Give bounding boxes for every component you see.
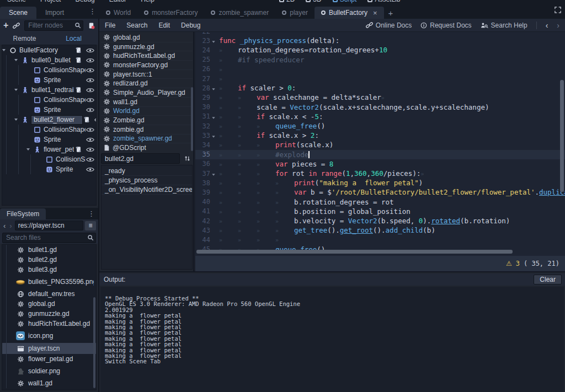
close-tab-icon[interactable]: × <box>373 9 377 17</box>
tree-node-CollisionShape2D[interactable]: CollisionShape2D <box>2 65 96 75</box>
code-line-26[interactable]: 26» <box>195 65 565 74</box>
history-forward-icon[interactable]: › <box>557 21 559 30</box>
attach-script-icon[interactable] <box>88 22 95 29</box>
help-link-request-docs[interactable]: Request Docs <box>420 22 471 29</box>
script-item-Zombie.gd[interactable]: Zombie.gd <box>101 116 193 125</box>
code-line-41[interactable]: 41»»»»b.position = global_position <box>195 207 565 216</box>
code-editor[interactable]: 2223func _physics_process(delta):24»rota… <box>195 32 565 271</box>
scripts-scrollbar[interactable] <box>191 87 193 151</box>
script-item-World.gd[interactable]: World.gd <box>101 107 193 116</box>
code-line-24[interactable]: 24»rotation_degrees=rotation_degrees+10 <box>195 45 565 55</box>
visibility-toggle-icon[interactable] <box>86 157 94 163</box>
code-line-43[interactable]: 43»»»»get_tree().get_root().add_child(b) <box>195 225 565 235</box>
filesystem-tab[interactable]: FileSystem <box>0 208 46 219</box>
back-arrow-icon[interactable]: ‹ <box>2 222 7 230</box>
clear-output-button[interactable]: Clear <box>534 275 562 284</box>
code-line-44[interactable]: 44»»»» <box>195 235 565 244</box>
forward-arrow-icon[interactable]: › <box>8 222 13 230</box>
search-files-input[interactable] <box>2 233 96 243</box>
tree-node-bullet1_redtrail[interactable]: bullet1_redtrail <box>2 85 96 95</box>
sort-methods-icon[interactable] <box>182 153 193 164</box>
dock-tab-import[interactable]: Import <box>36 7 73 19</box>
code-line-30[interactable]: 30»»scale = Vector2(scale.x+scalechange,… <box>195 103 565 112</box>
script-item-gunmuzzle.gd[interactable]: gunmuzzle.gd <box>101 42 193 52</box>
collapse-toggle[interactable] <box>14 89 20 91</box>
code-lines[interactable]: 2223func _physics_process(delta):24»rota… <box>195 32 565 256</box>
workspace-2d[interactable]: 2D <box>276 0 298 3</box>
script-icon[interactable] <box>74 57 83 63</box>
workspace-3d[interactable]: 3D <box>302 0 324 3</box>
code-line-37[interactable]: 37»»»for rot in range(1,360,360/pieces):… <box>195 169 565 178</box>
code-line-33[interactable]: 33»»if scale.x > 2: <box>195 131 565 140</box>
se-menu-search[interactable]: Search <box>121 22 153 29</box>
file-flower_petal.gd[interactable]: flower_petal.gd <box>2 354 96 364</box>
visibility-toggle-icon[interactable] <box>86 137 94 143</box>
script-item-zombie.gd[interactable]: zombie.gd <box>101 125 193 135</box>
scene-tab-World[interactable]: World <box>99 7 137 19</box>
code-line-32[interactable]: 32»»»queue_free() <box>195 121 565 131</box>
code-line-38[interactable]: 38»»»»print("making a flower petal") <box>195 178 565 187</box>
scene-tab-zombie_spawner[interactable]: zombie_spawner <box>204 7 275 19</box>
file-bullets_PNG35596.png[interactable]: bullets_PNG35596.png <box>2 275 96 289</box>
file-icon.png[interactable]: icon.png <box>2 329 96 343</box>
script-icon[interactable] <box>74 146 83 153</box>
code-line-39[interactable]: 39»»»»var b = $'/root/BulletFactory/bull… <box>195 187 565 197</box>
script-icon[interactable] <box>82 116 91 123</box>
code-line-34[interactable]: 34»»»print(scale.x) <box>195 140 565 149</box>
visibility-toggle-icon[interactable] <box>86 146 94 153</box>
visibility-toggle-icon[interactable] <box>86 77 94 83</box>
file-hudRichTextLabel.gd[interactable]: hudRichTextLabel.gd <box>2 319 96 329</box>
method-_on_VisibilityNotifier2D_screen_[interactable]: _on_VisibilityNotifier2D_screen_ <box>102 185 192 195</box>
tree-node-Sprite[interactable]: Sprite <box>2 105 96 115</box>
tree-node-flower_petal[interactable]: flower_petal <box>2 144 96 154</box>
code-line-36[interactable]: 36»»»var pieces = 8 <box>195 159 565 169</box>
help-link-online-docs[interactable]: Online Docs <box>366 22 412 29</box>
se-menu-file[interactable]: File <box>99 22 121 29</box>
tree-node-bullet2_flower[interactable]: bullet2_flower <box>2 115 96 125</box>
se-menu-debug[interactable]: Debug <box>175 22 206 29</box>
local-button[interactable]: Local <box>49 35 98 42</box>
script-item-player.tscn::1[interactable]: player.tscn::1 <box>101 70 193 79</box>
code-line-40[interactable]: 40»»»»b.rotation_degrees = rot <box>195 197 565 207</box>
tree-node-Sprite[interactable]: Sprite <box>2 135 96 144</box>
file-player.tscn[interactable]: player.tscn <box>2 343 96 354</box>
script-item-redlizard.gd[interactable]: redlizard.gd <box>101 79 193 88</box>
tree-node-CollisionShape2D[interactable]: CollisionShape2D <box>2 154 96 164</box>
file-bullet2.gd[interactable]: bullet2.gd <box>2 255 96 265</box>
tree-node-bullet0_bullet[interactable]: bullet0_bullet <box>2 55 96 65</box>
file-default_env.tres[interactable]: default_env.tres <box>2 289 96 299</box>
method-_ready[interactable]: _ready <box>102 167 192 176</box>
three-dots-icon[interactable]: ⋮ <box>89 7 96 15</box>
script-item-monsterFactory.gd[interactable]: monsterFactory.gd <box>101 61 193 70</box>
dock-tab-scene[interactable]: Scene <box>0 7 36 19</box>
add-node-button[interactable]: + <box>3 20 8 30</box>
workspace-script[interactable]: Script <box>329 0 360 3</box>
visibility-toggle-icon[interactable] <box>86 107 94 113</box>
visibility-toggle-icon[interactable] <box>86 87 94 93</box>
tree-node-CollisionShape2D[interactable]: CollisionShape2D <box>2 95 96 105</box>
tree-node-Sprite[interactable]: Sprite <box>2 75 96 85</box>
script-item-wall1.gd[interactable]: wall1.gd <box>101 98 193 107</box>
add-scene-tab-button[interactable]: + <box>384 7 398 19</box>
code-line-31[interactable]: 31»»if scale.x < -5: <box>195 112 565 121</box>
menu-project[interactable]: Project <box>33 0 68 3</box>
code-line-22[interactable]: 22 <box>195 32 565 36</box>
warning-icon[interactable]: ⚠ <box>506 260 512 267</box>
collapse-toggle[interactable] <box>14 119 20 121</box>
script-item-@GDScript[interactable]: @GDScript <box>101 143 193 152</box>
code-line-25[interactable]: 25»#if speedreducer <box>195 55 565 65</box>
code-line-35[interactable]: 35»»»#explode <box>195 150 565 159</box>
visibility-toggle-icon[interactable] <box>86 97 94 103</box>
script-item-global.gd[interactable]: global.gd <box>101 33 193 42</box>
menu-help[interactable]: Help <box>134 0 162 3</box>
visibility-toggle-icon[interactable] <box>86 57 94 63</box>
fold-toggle-icon[interactable] <box>210 169 219 178</box>
method-_physics_process[interactable]: _physics_process <box>102 176 192 185</box>
file-soldier.png[interactable]: soldier.png <box>2 364 96 378</box>
collapse-toggle[interactable] <box>14 59 20 61</box>
script-item-Simple_Audio_Player.gd[interactable]: Simple_Audio_Player.gd <box>101 88 193 98</box>
scene-tab-BulletFactory[interactable]: BulletFactory× <box>315 7 384 19</box>
remote-button[interactable]: Remote <box>0 35 49 42</box>
fold-toggle-icon[interactable] <box>210 36 219 45</box>
visibility-toggle-icon[interactable] <box>94 116 97 123</box>
